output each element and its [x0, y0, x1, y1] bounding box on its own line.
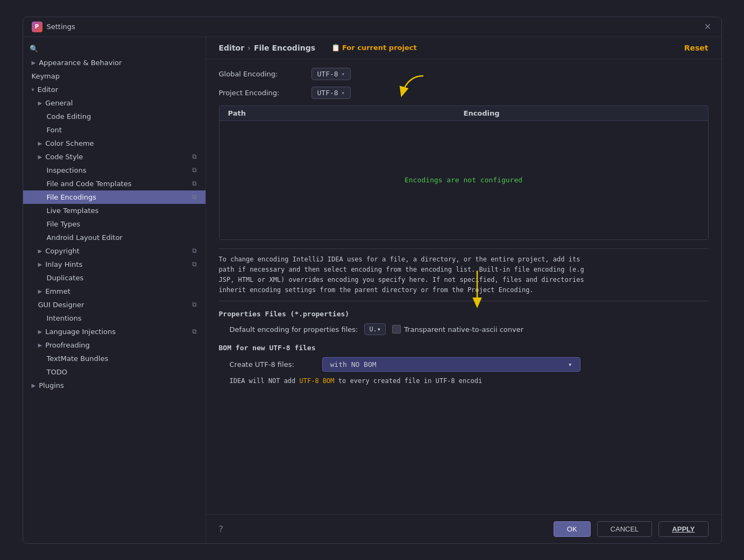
breadcrumb-parent: Editor [219, 44, 245, 52]
sidebar-item-keymap[interactable]: Keymap [23, 69, 206, 83]
sidebar-item-language-injections[interactable]: ▶ Language Injections ⧉ [23, 325, 206, 338]
yellow-arrow-annotation [370, 70, 434, 103]
sidebar-item-label: File Types [47, 220, 81, 228]
bom-row: Create UTF-8 files: with NO BOM ▾ [230, 357, 708, 372]
reset-button[interactable]: Reset [684, 44, 708, 52]
copy-icon: ⧉ [192, 247, 197, 254]
sidebar-item-label: Appearance & Behavior [39, 59, 122, 67]
dropdown-arrow-icon: ▾ [342, 90, 345, 96]
create-utf8-value: with NO BOM [330, 360, 377, 368]
table-body: Encodings are not configured [219, 121, 708, 239]
sidebar-item-intentions[interactable]: Intentions [23, 311, 206, 325]
chevron-icon: ▶ [38, 154, 42, 160]
properties-section: Properties Files (*.properties) Default … [219, 310, 708, 335]
project-encoding-dropdown[interactable]: UTF-8 ▾ [311, 87, 351, 99]
sidebar-item-label: File and Code Templates [47, 180, 132, 188]
apply-button[interactable]: APPLY [658, 521, 708, 537]
global-encoding-row: Global Encoding: UTF-8 ▾ [219, 68, 708, 80]
sidebar-item-color-scheme[interactable]: ▶ Color Scheme [23, 137, 206, 150]
search-icon: 🔍 [30, 45, 38, 53]
create-utf8-label: Create UTF-8 files: [230, 360, 316, 368]
sidebar-item-file-encodings[interactable]: File Encodings ⧉ [23, 190, 206, 204]
copy-icon: ⧉ [192, 260, 197, 268]
for-current-project-link[interactable]: 📋 For current project [331, 44, 417, 52]
help-button[interactable]: ? [219, 524, 224, 534]
sidebar-item-label: Plugins [39, 381, 64, 389]
sidebar-item-label: GUI Designer [38, 301, 84, 309]
cancel-button[interactable]: CANCEL [597, 521, 653, 537]
sidebar-item-label: Inspections [47, 166, 87, 174]
global-encoding-value: UTF-8 [317, 70, 338, 78]
sidebar-item-android-layout[interactable]: Android Layout Editor [23, 231, 206, 244]
default-enc-label: Default encoding for properties files: [230, 325, 358, 334]
dropdown-arrow-icon: ▾ [568, 360, 572, 368]
sidebar-item-copyright[interactable]: ▶ Copyright ⧉ [23, 244, 206, 258]
sidebar-item-duplicates[interactable]: Duplicates [23, 271, 206, 285]
chevron-icon: ▶ [38, 248, 42, 254]
sidebar-item-gui-designer[interactable]: GUI Designer ⧉ [23, 298, 206, 311]
sidebar-item-label: General [45, 99, 73, 107]
sidebar-item-file-code-templates[interactable]: File and Code Templates ⧉ [23, 177, 206, 190]
sidebar-item-label: Duplicates [47, 274, 84, 282]
sidebar-item-label: TextMate Bundles [47, 355, 109, 363]
sidebar-item-plugins[interactable]: ▶ Plugins [23, 379, 206, 392]
sidebar-item-label: Code Style [45, 153, 83, 161]
for-current-project[interactable]: 📋 For current project [331, 44, 417, 52]
chevron-icon: ▶ [32, 60, 36, 66]
sidebar-item-proofreading[interactable]: ▶ Proofreading [23, 338, 206, 352]
main-header: Editor › File Encodings 📋 For current pr… [206, 37, 721, 59]
chevron-icon: ▶ [38, 140, 42, 146]
sidebar-item-emmet[interactable]: ▶ Emmet [23, 285, 206, 298]
breadcrumb-current: File Encodings [254, 44, 315, 52]
titlebar-left: P Settings [32, 22, 75, 32]
sidebar-item-file-types[interactable]: File Types [23, 217, 206, 231]
project-encoding-value: UTF-8 [317, 89, 338, 97]
transparent-checkbox[interactable] [392, 325, 401, 334]
app-icon: P [32, 22, 42, 32]
sidebar-item-code-editing[interactable]: Code Editing [23, 110, 206, 123]
dropdown-arrow-icon: ▾ [342, 71, 345, 77]
sidebar-item-todo[interactable]: TODO [23, 365, 206, 379]
sidebar-item-general[interactable]: ▶ General [23, 96, 206, 110]
sidebar-item-appearance[interactable]: ▶ Appearance & Behavior [23, 56, 206, 69]
sidebar-item-label: Language Injections [45, 328, 116, 336]
project-encoding-row: Project Encoding: UTF-8 ▾ [219, 87, 708, 99]
close-button[interactable]: ✕ [703, 22, 713, 32]
create-utf8-dropdown[interactable]: with NO BOM ▾ [322, 357, 580, 372]
description-box: To change encoding IntelliJ IDEA uses fo… [219, 249, 708, 302]
sidebar-item-font[interactable]: Font [23, 123, 206, 137]
chevron-icon: ▾ [32, 87, 34, 93]
sidebar-item-code-style[interactable]: ▶ Code Style ⧉ [23, 150, 206, 164]
path-encoding-table: Path Encoding Encodings are not configur… [219, 105, 708, 240]
sidebar-item-label: Android Layout Editor [47, 233, 123, 242]
copy-icon: ⧉ [192, 193, 197, 201]
chevron-icon: ▶ [38, 288, 42, 294]
search-row: 🔍 [23, 41, 206, 56]
main-body: Global Encoding: UTF-8 ▾ Project Encodin… [206, 59, 721, 514]
idea-note: IDEA will NOT add UTF-8 BOM to every cre… [230, 377, 708, 385]
sidebar-item-textmate[interactable]: TextMate Bundles [23, 352, 206, 365]
description-text: To change encoding IntelliJ IDEA uses fo… [219, 256, 584, 294]
chevron-icon: ▶ [32, 382, 36, 388]
sidebar-item-label: Inlay Hints [45, 260, 82, 268]
bom-highlight: UTF-8 BOM [300, 377, 335, 385]
sidebar-item-label: Intentions [47, 314, 82, 322]
empty-message: Encodings are not configured [405, 176, 522, 184]
default-enc-value: U.▾ [369, 325, 381, 333]
sidebar: 🔍 ▶ Appearance & Behavior Keymap ▾ Edito… [23, 37, 206, 543]
sidebar-item-label: Emmet [45, 287, 70, 295]
default-enc-dropdown[interactable]: U.▾ [364, 323, 386, 335]
copy-icon: ⧉ [192, 166, 197, 174]
sidebar-item-label: Editor [38, 86, 58, 94]
table-header: Path Encoding [219, 106, 708, 121]
ok-button[interactable]: OK [554, 521, 591, 537]
copy-icon: ⧉ [192, 180, 197, 187]
sidebar-item-editor[interactable]: ▾ Editor [23, 83, 206, 96]
sidebar-item-label: Code Editing [47, 112, 91, 120]
sidebar-item-label: Color Scheme [45, 139, 94, 147]
global-encoding-dropdown[interactable]: UTF-8 ▾ [311, 68, 351, 80]
sidebar-item-inspections[interactable]: Inspections ⧉ [23, 164, 206, 177]
sidebar-item-inlay-hints[interactable]: ▶ Inlay Hints ⧉ [23, 258, 206, 271]
sidebar-item-label: Copyright [45, 247, 80, 255]
sidebar-item-live-templates[interactable]: Live Templates [23, 204, 206, 217]
